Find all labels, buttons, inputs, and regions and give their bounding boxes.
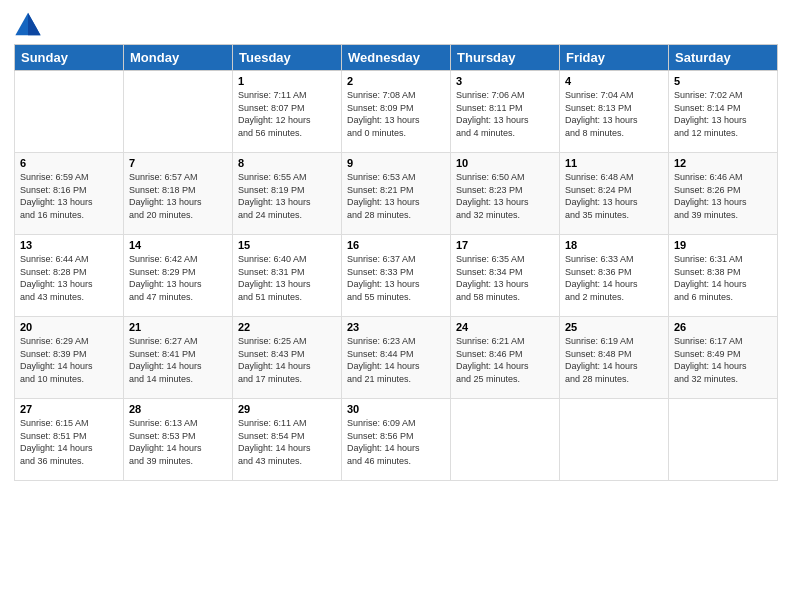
- calendar-cell: 23Sunrise: 6:23 AM Sunset: 8:44 PM Dayli…: [342, 317, 451, 399]
- calendar-cell: [15, 71, 124, 153]
- calendar-day-header: Tuesday: [233, 45, 342, 71]
- calendar-week-row: 27Sunrise: 6:15 AM Sunset: 8:51 PM Dayli…: [15, 399, 778, 481]
- calendar-day-header: Friday: [560, 45, 669, 71]
- day-number: 7: [129, 157, 227, 169]
- day-info: Sunrise: 6:17 AM Sunset: 8:49 PM Dayligh…: [674, 335, 772, 385]
- day-number: 30: [347, 403, 445, 415]
- calendar-week-row: 6Sunrise: 6:59 AM Sunset: 8:16 PM Daylig…: [15, 153, 778, 235]
- day-number: 29: [238, 403, 336, 415]
- calendar-cell: 27Sunrise: 6:15 AM Sunset: 8:51 PM Dayli…: [15, 399, 124, 481]
- calendar-day-header: Saturday: [669, 45, 778, 71]
- day-info: Sunrise: 6:11 AM Sunset: 8:54 PM Dayligh…: [238, 417, 336, 467]
- day-number: 19: [674, 239, 772, 251]
- day-number: 5: [674, 75, 772, 87]
- day-number: 20: [20, 321, 118, 333]
- day-info: Sunrise: 6:57 AM Sunset: 8:18 PM Dayligh…: [129, 171, 227, 221]
- day-info: Sunrise: 6:48 AM Sunset: 8:24 PM Dayligh…: [565, 171, 663, 221]
- day-number: 18: [565, 239, 663, 251]
- calendar-cell: 13Sunrise: 6:44 AM Sunset: 8:28 PM Dayli…: [15, 235, 124, 317]
- calendar-cell: [124, 71, 233, 153]
- calendar-cell: 10Sunrise: 6:50 AM Sunset: 8:23 PM Dayli…: [451, 153, 560, 235]
- calendar-day-header: Monday: [124, 45, 233, 71]
- day-info: Sunrise: 6:13 AM Sunset: 8:53 PM Dayligh…: [129, 417, 227, 467]
- day-number: 22: [238, 321, 336, 333]
- calendar-day-header: Thursday: [451, 45, 560, 71]
- day-info: Sunrise: 7:11 AM Sunset: 8:07 PM Dayligh…: [238, 89, 336, 139]
- page: SundayMondayTuesdayWednesdayThursdayFrid…: [0, 0, 792, 612]
- day-info: Sunrise: 6:35 AM Sunset: 8:34 PM Dayligh…: [456, 253, 554, 303]
- calendar-day-header: Sunday: [15, 45, 124, 71]
- day-number: 14: [129, 239, 227, 251]
- calendar-cell: 14Sunrise: 6:42 AM Sunset: 8:29 PM Dayli…: [124, 235, 233, 317]
- day-number: 26: [674, 321, 772, 333]
- day-info: Sunrise: 7:02 AM Sunset: 8:14 PM Dayligh…: [674, 89, 772, 139]
- calendar-cell: 1Sunrise: 7:11 AM Sunset: 8:07 PM Daylig…: [233, 71, 342, 153]
- day-info: Sunrise: 7:08 AM Sunset: 8:09 PM Dayligh…: [347, 89, 445, 139]
- day-number: 8: [238, 157, 336, 169]
- day-info: Sunrise: 6:25 AM Sunset: 8:43 PM Dayligh…: [238, 335, 336, 385]
- calendar-cell: 4Sunrise: 7:04 AM Sunset: 8:13 PM Daylig…: [560, 71, 669, 153]
- day-info: Sunrise: 6:09 AM Sunset: 8:56 PM Dayligh…: [347, 417, 445, 467]
- day-info: Sunrise: 6:19 AM Sunset: 8:48 PM Dayligh…: [565, 335, 663, 385]
- day-info: Sunrise: 6:33 AM Sunset: 8:36 PM Dayligh…: [565, 253, 663, 303]
- day-number: 9: [347, 157, 445, 169]
- calendar-cell: 22Sunrise: 6:25 AM Sunset: 8:43 PM Dayli…: [233, 317, 342, 399]
- calendar-cell: 17Sunrise: 6:35 AM Sunset: 8:34 PM Dayli…: [451, 235, 560, 317]
- calendar-cell: 16Sunrise: 6:37 AM Sunset: 8:33 PM Dayli…: [342, 235, 451, 317]
- day-info: Sunrise: 6:50 AM Sunset: 8:23 PM Dayligh…: [456, 171, 554, 221]
- calendar-cell: [669, 399, 778, 481]
- day-info: Sunrise: 6:31 AM Sunset: 8:38 PM Dayligh…: [674, 253, 772, 303]
- calendar-cell: [451, 399, 560, 481]
- logo: [14, 10, 44, 38]
- calendar-cell: 3Sunrise: 7:06 AM Sunset: 8:11 PM Daylig…: [451, 71, 560, 153]
- day-info: Sunrise: 7:04 AM Sunset: 8:13 PM Dayligh…: [565, 89, 663, 139]
- calendar-cell: 28Sunrise: 6:13 AM Sunset: 8:53 PM Dayli…: [124, 399, 233, 481]
- calendar-cell: 9Sunrise: 6:53 AM Sunset: 8:21 PM Daylig…: [342, 153, 451, 235]
- svg-marker-1: [28, 13, 41, 35]
- calendar: SundayMondayTuesdayWednesdayThursdayFrid…: [14, 44, 778, 481]
- day-info: Sunrise: 6:27 AM Sunset: 8:41 PM Dayligh…: [129, 335, 227, 385]
- calendar-header-row: SundayMondayTuesdayWednesdayThursdayFrid…: [15, 45, 778, 71]
- calendar-cell: 5Sunrise: 7:02 AM Sunset: 8:14 PM Daylig…: [669, 71, 778, 153]
- day-number: 25: [565, 321, 663, 333]
- day-info: Sunrise: 6:21 AM Sunset: 8:46 PM Dayligh…: [456, 335, 554, 385]
- calendar-cell: 8Sunrise: 6:55 AM Sunset: 8:19 PM Daylig…: [233, 153, 342, 235]
- day-number: 3: [456, 75, 554, 87]
- day-info: Sunrise: 6:42 AM Sunset: 8:29 PM Dayligh…: [129, 253, 227, 303]
- day-info: Sunrise: 6:53 AM Sunset: 8:21 PM Dayligh…: [347, 171, 445, 221]
- day-info: Sunrise: 6:15 AM Sunset: 8:51 PM Dayligh…: [20, 417, 118, 467]
- calendar-cell: 6Sunrise: 6:59 AM Sunset: 8:16 PM Daylig…: [15, 153, 124, 235]
- calendar-cell: 26Sunrise: 6:17 AM Sunset: 8:49 PM Dayli…: [669, 317, 778, 399]
- day-number: 24: [456, 321, 554, 333]
- day-number: 12: [674, 157, 772, 169]
- logo-icon: [14, 10, 42, 38]
- day-info: Sunrise: 6:23 AM Sunset: 8:44 PM Dayligh…: [347, 335, 445, 385]
- calendar-week-row: 1Sunrise: 7:11 AM Sunset: 8:07 PM Daylig…: [15, 71, 778, 153]
- calendar-cell: 29Sunrise: 6:11 AM Sunset: 8:54 PM Dayli…: [233, 399, 342, 481]
- day-info: Sunrise: 6:37 AM Sunset: 8:33 PM Dayligh…: [347, 253, 445, 303]
- day-info: Sunrise: 6:44 AM Sunset: 8:28 PM Dayligh…: [20, 253, 118, 303]
- day-number: 21: [129, 321, 227, 333]
- day-number: 13: [20, 239, 118, 251]
- day-info: Sunrise: 7:06 AM Sunset: 8:11 PM Dayligh…: [456, 89, 554, 139]
- calendar-cell: 15Sunrise: 6:40 AM Sunset: 8:31 PM Dayli…: [233, 235, 342, 317]
- day-number: 28: [129, 403, 227, 415]
- calendar-cell: 19Sunrise: 6:31 AM Sunset: 8:38 PM Dayli…: [669, 235, 778, 317]
- day-number: 27: [20, 403, 118, 415]
- calendar-week-row: 20Sunrise: 6:29 AM Sunset: 8:39 PM Dayli…: [15, 317, 778, 399]
- day-info: Sunrise: 6:55 AM Sunset: 8:19 PM Dayligh…: [238, 171, 336, 221]
- day-number: 16: [347, 239, 445, 251]
- day-info: Sunrise: 6:46 AM Sunset: 8:26 PM Dayligh…: [674, 171, 772, 221]
- day-number: 23: [347, 321, 445, 333]
- calendar-day-header: Wednesday: [342, 45, 451, 71]
- header: [14, 10, 778, 38]
- day-info: Sunrise: 6:29 AM Sunset: 8:39 PM Dayligh…: [20, 335, 118, 385]
- calendar-cell: [560, 399, 669, 481]
- calendar-cell: 18Sunrise: 6:33 AM Sunset: 8:36 PM Dayli…: [560, 235, 669, 317]
- calendar-cell: 30Sunrise: 6:09 AM Sunset: 8:56 PM Dayli…: [342, 399, 451, 481]
- calendar-cell: 24Sunrise: 6:21 AM Sunset: 8:46 PM Dayli…: [451, 317, 560, 399]
- day-number: 11: [565, 157, 663, 169]
- calendar-cell: 7Sunrise: 6:57 AM Sunset: 8:18 PM Daylig…: [124, 153, 233, 235]
- day-number: 2: [347, 75, 445, 87]
- day-info: Sunrise: 6:40 AM Sunset: 8:31 PM Dayligh…: [238, 253, 336, 303]
